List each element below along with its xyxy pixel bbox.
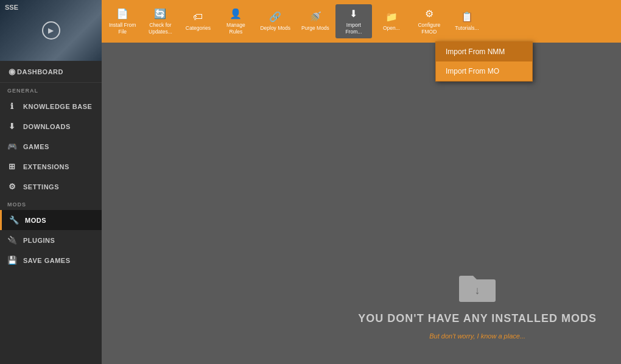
import-dropdown: Import From NMM Import From MO [435, 41, 533, 82]
downloads-label: DOWNLOADS [23, 123, 71, 130]
main-area: 📄 Install FromFile 🔄 Check forUpdates...… [102, 0, 621, 364]
configure-label: ConfigureFMOD [418, 22, 440, 34]
sidebar-item-downloads[interactable]: ⬇ DOWNLOADS [0, 116, 102, 136]
games-icon: 🎮 [7, 142, 17, 151]
empty-folder-icon: ↓ [456, 268, 499, 305]
deploy-icon: 🔗 [269, 11, 281, 23]
sidebar-item-dashboard[interactable]: ◉ DASHBOARD [0, 61, 102, 83]
open-button[interactable]: 📁 Open... [373, 7, 410, 35]
plugins-icon: 🔌 [7, 236, 17, 245]
configure-fmod-button[interactable]: ⚙ ConfigureFMOD [411, 4, 447, 38]
deploy-mods-button[interactable]: 🔗 Deploy Mods [255, 7, 295, 35]
mods-label: MODS [25, 217, 46, 224]
manage-rules-button[interactable]: 👤 ManageRules [217, 4, 254, 38]
sidebar: SSE ▶ ◉ DASHBOARD GENERAL ℹ KNOWLEDGE BA… [0, 0, 102, 364]
mods-section-label: MODS [0, 197, 102, 210]
empty-title: YOU DON'T HAVE ANY INSTALLED MODS [358, 312, 597, 325]
settings-icon: ⚙ [7, 182, 17, 191]
extensions-label: EXTENSIONS [23, 163, 69, 170]
configure-icon: ⚙ [425, 8, 433, 19]
knowledge-base-icon: ℹ [7, 102, 17, 111]
categories-label: Categories [186, 25, 211, 31]
updates-label: Check forUpdates... [149, 22, 172, 34]
sidebar-item-knowledge-base[interactable]: ℹ KNOWLEDGE BASE [0, 96, 102, 116]
sidebar-item-settings[interactable]: ⚙ SETTINGS [0, 177, 102, 197]
tutorials-button[interactable]: 📋 Tutorials... [449, 7, 485, 35]
manage-rules-label: ManageRules [226, 22, 245, 34]
install-from-file-button[interactable]: 📄 Install FromFile [104, 4, 141, 38]
empty-state: ↓ YOU DON'T HAVE ANY INSTALLED MODS But … [358, 268, 597, 340]
dashboard-label: DASHBOARD [17, 68, 63, 75]
open-icon: 📁 [385, 11, 398, 23]
purge-mods-button[interactable]: 🚿 Purge Mods [296, 7, 334, 35]
sidebar-item-extensions[interactable]: ⊞ EXTENSIONS [0, 156, 102, 177]
install-label: Install FromFile [109, 22, 136, 34]
plugins-label: PLUGINS [23, 237, 55, 244]
categories-button[interactable]: 🏷 Categories [180, 8, 216, 35]
import-mo-item[interactable]: Import From MO [436, 61, 532, 81]
games-label: GAMES [23, 143, 49, 150]
import-icon: ⬇ [349, 8, 357, 19]
sidebar-item-plugins[interactable]: 🔌 PLUGINS [0, 230, 102, 250]
empty-subtitle: But don't worry, I know a place... [429, 332, 525, 340]
save-games-label: SAVE GAMES [23, 257, 71, 264]
mods-icon: 🔧 [9, 215, 19, 225]
deploy-label: Deploy Mods [260, 25, 290, 31]
import-nmm-item[interactable]: Import From NMM [436, 42, 532, 61]
svg-text:↓: ↓ [475, 284, 480, 296]
knowledge-base-label: KNOWLEDGE BASE [23, 103, 92, 110]
downloads-icon: ⬇ [7, 122, 17, 131]
content-area: ↓ YOU DON'T HAVE ANY INSTALLED MODS But … [102, 43, 621, 364]
play-icon[interactable]: ▶ [42, 21, 60, 40]
check-updates-button[interactable]: 🔄 Check forUpdates... [142, 4, 178, 38]
settings-label: SETTINGS [23, 183, 59, 191]
game-label: SSE [5, 4, 18, 11]
toolbar: 📄 Install FromFile 🔄 Check forUpdates...… [102, 0, 621, 43]
save-games-icon: 💾 [7, 256, 17, 265]
sidebar-item-mods[interactable]: 🔧 MODS [0, 210, 102, 230]
categories-icon: 🏷 [193, 12, 203, 23]
sidebar-item-save-games[interactable]: 💾 SAVE GAMES [0, 250, 102, 270]
open-label: Open... [383, 25, 400, 31]
updates-icon: 🔄 [154, 8, 166, 19]
purge-icon: 🚿 [309, 11, 321, 23]
import-label: ImportFrom... [345, 22, 362, 34]
tutorials-label: Tutorials... [455, 25, 479, 31]
purge-label: Purge Mods [301, 25, 329, 31]
general-section-label: GENERAL [0, 83, 102, 96]
import-from-button[interactable]: ⬇ ImportFrom... [335, 4, 372, 38]
sidebar-item-games[interactable]: 🎮 GAMES [0, 136, 102, 156]
dashboard-icon: ◉ [7, 67, 17, 76]
manage-rules-icon: 👤 [230, 8, 242, 19]
install-icon: 📄 [116, 8, 128, 19]
extensions-icon: ⊞ [7, 162, 17, 171]
tutorials-icon: 📋 [461, 11, 473, 23]
sidebar-banner[interactable]: SSE ▶ [0, 0, 102, 61]
